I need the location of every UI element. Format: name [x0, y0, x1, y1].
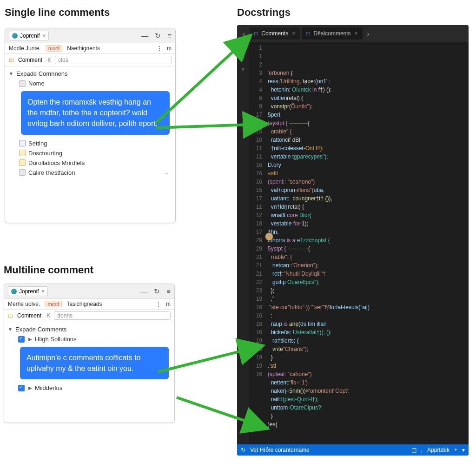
tree-item-label: Calire thestfacion — [28, 169, 75, 176]
crumb-1[interactable]: Modle Junte. — [9, 45, 41, 52]
heading-docstrings: Docstrings — [237, 7, 291, 19]
app-icon — [12, 33, 18, 39]
tree-header[interactable]: Expade Comments — [8, 324, 171, 334]
panel1-tree: Expade Comnnens Nome Opten the romamxśk … — [5, 66, 175, 180]
minimize-icon[interactable]: ― — [140, 287, 147, 296]
crumb-badge[interactable]: mortl — [46, 45, 62, 52]
activity-label: Cooo — [239, 45, 247, 60]
document-icon — [19, 80, 26, 87]
minimize-icon[interactable]: ― — [141, 32, 148, 40]
tree-item-label: Dosctourting — [28, 150, 62, 157]
editor-tabbar: ‹ □ Comments × □ Dëalcomments × › — [237, 25, 469, 42]
folder-icon: 🗀 — [8, 312, 13, 319]
status-right-label[interactable]: Apprtdek — [427, 447, 450, 453]
reload-icon[interactable]: ↻ — [154, 287, 160, 296]
editor-tab-2[interactable]: □ Dëalcomments × — [302, 27, 362, 40]
tree-item[interactable]: ▶ Miidderlus — [8, 383, 171, 393]
panel-single-line: Joprenif × ― ↻ ≡ Modle Junte. mortl Naet… — [5, 28, 176, 223]
chevron-right-icon: ▶ — [28, 337, 32, 342]
chevron-down-icon[interactable] — [9, 71, 13, 76]
tree-header-label: Expade Comnnens — [16, 70, 68, 77]
tree-item-label: Miidderlus — [35, 384, 62, 391]
activity-icon[interactable]: ꙅ — [242, 65, 245, 73]
panel1-toolbar: 🗀 Comment ·K clos — [5, 54, 175, 66]
tree-item[interactable]: Calire thestfacion ⌄ — [9, 168, 172, 178]
line-gutter: 1123446917191510111116161615171112181729… — [249, 42, 265, 444]
tooltip-single-line: Opten the romamxśk vesthig hang an the m… — [21, 91, 170, 135]
status-text: Vet Hìỏre corantorname — [250, 447, 310, 453]
sync-icon[interactable]: ↻ — [241, 447, 245, 453]
close-icon[interactable]: × — [292, 30, 295, 37]
panel1-tab[interactable]: Joprenif × — [9, 31, 49, 40]
tree-item-label: Setting — [28, 140, 47, 147]
nav-forward-icon[interactable]: › — [364, 30, 372, 38]
menu-icon[interactable]: ≡ — [166, 287, 171, 296]
menu-icon[interactable]: ≡ — [167, 32, 172, 40]
layout-icon[interactable]: ◫ — [411, 447, 416, 453]
activity-bar[interactable]: Cooo ꙅ — [237, 42, 249, 444]
tree-item-name[interactable]: Nome — [9, 79, 172, 88]
tree-item-label: Dorollatiocs Mrirdlets — [28, 159, 85, 166]
tree-item[interactable]: Setting — [9, 139, 172, 148]
heading-multiline: Multiline comment — [4, 264, 93, 276]
heading-single-line: Single line comments — [5, 7, 110, 19]
comment-button[interactable]: Comment — [18, 57, 42, 63]
search-input[interactable]: clos — [55, 56, 172, 64]
nav-back-icon[interactable]: ‹ — [240, 30, 248, 38]
toggle-icon[interactable]: ·K — [45, 312, 50, 319]
tab-icon: □ — [254, 30, 258, 37]
more-icon[interactable]: ⋮ — [157, 45, 162, 52]
close-icon[interactable]: × — [41, 288, 45, 295]
checkbox-checked-icon[interactable] — [18, 336, 25, 343]
panel2-toolbar: 🗀 Comment ·K donns — [4, 310, 174, 322]
crumb-2[interactable]: Naethignents — [67, 45, 100, 52]
tree-item[interactable]: Dorollatiocs Mrirdlets — [9, 158, 172, 168]
m-label: m — [167, 45, 172, 52]
folder-icon: 🗀 — [9, 57, 14, 63]
panel-multiline: Joprenif × ― ↻ ≡ Merhe uolve. mord Tasic… — [4, 284, 175, 423]
tab-icon: □ — [306, 30, 310, 37]
tree-item[interactable]: Dosctourting — [9, 148, 172, 158]
close-icon[interactable]: × — [42, 32, 46, 39]
tab-label: Comments — [261, 30, 288, 37]
panel2-tab[interactable]: Joprenif × — [8, 286, 48, 296]
tree-item-label: Hligh Sollutions — [35, 336, 77, 343]
crumb-2[interactable]: Tasichigneads — [66, 301, 102, 307]
plus-icon[interactable]: + — [454, 447, 457, 453]
chevron-down-icon[interactable] — [8, 327, 13, 332]
chevron-down-icon[interactable]: ▾ — [462, 447, 465, 453]
checkbox-checked-icon[interactable] — [18, 385, 25, 391]
tree-header-label: Expade Comments — [15, 326, 67, 333]
editor-tab-1[interactable]: □ Comments × — [250, 27, 300, 40]
more-icon[interactable]: ⋮ — [156, 301, 161, 307]
m-label: m — [166, 301, 171, 307]
panel2-tree: Expade Comments ▶ Hligh Sollutions Autim… — [4, 322, 174, 395]
avatar-icon — [265, 232, 273, 241]
tree-header[interactable]: Expade Comnnens — [9, 69, 172, 79]
code-area[interactable]: 'erbonen {ress;'Uriliting, tạpe:(on1' ; … — [265, 42, 469, 444]
editor-body: Cooo ꙅ 112344691719151011111616161517111… — [237, 42, 469, 444]
document-icon — [19, 169, 26, 176]
tooltip-multiline: Autimipn'e c comments cofficats to upliv… — [20, 347, 169, 379]
crumb-badge[interactable]: mord — [45, 301, 62, 307]
chevron-right-icon: ▶ — [28, 385, 32, 390]
panel2-titlebar: Joprenif × ― ↻ ≡ — [4, 284, 174, 299]
tree-item-label: Nome — [28, 80, 45, 87]
tree-item[interactable]: ▶ Hligh Sollutions — [8, 334, 171, 344]
panel2-breadcrumb: Merhe uolve. mord Tasichigneads ⋮ m — [4, 299, 174, 310]
comment-button[interactable]: Comment — [17, 312, 41, 319]
tab-label: Dëalcomments — [314, 30, 351, 37]
search-input[interactable]: donns — [54, 311, 171, 320]
code-editor: ‹ □ Comments × □ Dëalcomments × › Cooo ꙅ… — [237, 25, 469, 456]
chevron-down-icon[interactable]: ⌄ — [165, 170, 169, 176]
folder-icon — [19, 150, 26, 156]
status-bar: ↻ Vet Hìỏre corantorname ◫ , Apprtdek + … — [237, 444, 469, 456]
close-icon[interactable]: × — [355, 30, 358, 37]
toggle-icon[interactable]: ·K — [46, 57, 51, 63]
reload-icon[interactable]: ↻ — [155, 32, 161, 40]
folder-icon — [19, 159, 26, 166]
crumb-1[interactable]: Merhe uolve. — [8, 301, 40, 307]
panel1-tab-label: Joprenif — [20, 33, 40, 39]
panel1-titlebar: Joprenif × ― ↻ ≡ — [5, 28, 175, 43]
panel1-breadcrumb: Modle Junte. mortl Naethignents ⋮ m — [5, 43, 175, 54]
